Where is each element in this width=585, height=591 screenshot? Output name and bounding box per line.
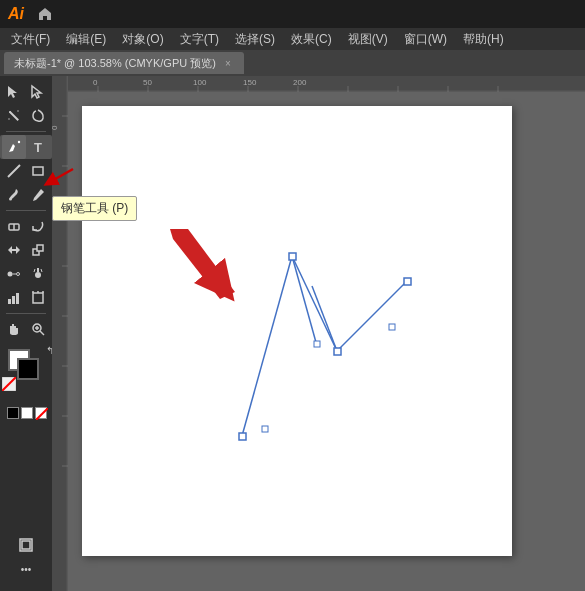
svg-text:100: 100 bbox=[193, 78, 207, 87]
tool-row-view bbox=[0, 317, 52, 341]
eraser-tool-button[interactable] bbox=[2, 214, 26, 238]
tool-row-brush bbox=[0, 183, 52, 207]
scale-tool-button[interactable] bbox=[26, 238, 50, 262]
toolbar: T bbox=[0, 76, 52, 591]
tool-row-blend bbox=[0, 262, 52, 286]
color-swatch-area[interactable]: ↰ bbox=[2, 345, 50, 419]
drawing-canvas bbox=[82, 106, 512, 556]
paintbrush-tool-button[interactable] bbox=[2, 183, 26, 207]
type-tool-button[interactable]: T bbox=[26, 135, 50, 159]
svg-point-4 bbox=[18, 141, 20, 143]
svg-point-12 bbox=[8, 272, 13, 277]
menu-item-帮助h[interactable]: 帮助(H) bbox=[456, 29, 511, 50]
menu-item-对象o[interactable]: 对象(O) bbox=[115, 29, 170, 50]
magic-wand-tool-button[interactable] bbox=[2, 104, 26, 128]
tool-row-wand bbox=[0, 104, 52, 128]
menu-item-编辑e[interactable]: 编辑(E) bbox=[59, 29, 113, 50]
ai-logo: Ai bbox=[8, 5, 24, 23]
pencil-tool-button[interactable] bbox=[26, 183, 50, 207]
svg-text:0: 0 bbox=[52, 125, 59, 130]
tool-row-select bbox=[0, 80, 52, 104]
lasso-tool-button[interactable] bbox=[26, 104, 50, 128]
tab-label: 未标题-1* @ 103.58% (CMYK/GPU 预览) bbox=[14, 56, 216, 71]
selection-tool-button[interactable] bbox=[2, 80, 26, 104]
tool-row-transform bbox=[0, 238, 52, 262]
toolbar-separator-2 bbox=[6, 210, 46, 211]
hand-tool-button[interactable] bbox=[2, 317, 26, 341]
zoom-tool-button[interactable] bbox=[26, 317, 50, 341]
svg-text:150: 150 bbox=[243, 78, 257, 87]
stroke-swatch[interactable] bbox=[17, 358, 39, 380]
menu-item-选择s[interactable]: 选择(S) bbox=[228, 29, 282, 50]
menu-item-效果c[interactable]: 效果(C) bbox=[284, 29, 339, 50]
ruler-left: 0 bbox=[52, 76, 68, 591]
none-swatch[interactable] bbox=[35, 407, 47, 419]
anchor-point-middle bbox=[334, 348, 341, 355]
svg-point-2 bbox=[17, 110, 18, 111]
tab-bar: 未标题-1* @ 103.58% (CMYK/GPU 预览) × bbox=[0, 50, 585, 76]
menu-item-文字t[interactable]: 文字(T) bbox=[173, 29, 226, 50]
svg-point-7 bbox=[9, 198, 12, 201]
svg-text:0: 0 bbox=[93, 78, 98, 87]
toolbar-separator-1 bbox=[6, 131, 46, 132]
svg-rect-20 bbox=[33, 293, 43, 303]
svg-rect-11 bbox=[37, 245, 43, 251]
svg-rect-6 bbox=[33, 167, 43, 175]
bottom-tools: ••• bbox=[0, 533, 52, 587]
blend-tool-button[interactable] bbox=[2, 262, 26, 286]
white-swatch[interactable] bbox=[21, 407, 33, 419]
direct-select-tool-button[interactable] bbox=[26, 80, 50, 104]
canvas-page[interactable] bbox=[82, 106, 512, 556]
home-button[interactable] bbox=[34, 3, 56, 25]
pen-tool-button[interactable] bbox=[2, 135, 26, 159]
svg-rect-18 bbox=[12, 296, 15, 304]
tool-row-line bbox=[0, 159, 52, 183]
canvas-area[interactable]: 0 50 100 150 200 bbox=[52, 76, 585, 591]
svg-rect-32 bbox=[22, 541, 30, 549]
svg-text:200: 200 bbox=[293, 78, 307, 87]
anchor-point-bottom-left bbox=[239, 433, 246, 440]
menu-item-文件f[interactable]: 文件(F) bbox=[4, 29, 57, 50]
artboard-tool-button[interactable] bbox=[26, 286, 50, 310]
svg-line-5 bbox=[8, 165, 20, 177]
menu-bar: 文件(F)编辑(E)对象(O)文字(T)选择(S)效果(C)视图(V)窗口(W)… bbox=[0, 28, 585, 50]
reflect-tool-button[interactable] bbox=[2, 238, 26, 262]
menu-item-视图v[interactable]: 视图(V) bbox=[341, 29, 395, 50]
tool-row-graph bbox=[0, 286, 52, 310]
rectangle-tool-button[interactable] bbox=[26, 159, 50, 183]
change-screen-mode-button[interactable] bbox=[14, 533, 38, 557]
line-tool-button[interactable] bbox=[2, 159, 26, 183]
black-swatch[interactable] bbox=[7, 407, 19, 419]
tool-row-pen: T bbox=[0, 135, 52, 159]
svg-point-1 bbox=[9, 111, 11, 113]
menu-item-窗口w[interactable]: 窗口(W) bbox=[397, 29, 454, 50]
title-bar: Ai bbox=[0, 0, 585, 28]
tool-row-eraser bbox=[0, 214, 52, 238]
svg-point-15 bbox=[35, 272, 41, 278]
anchor-point-top bbox=[289, 253, 296, 260]
fill-stroke-indicator[interactable]: ↰ bbox=[8, 349, 44, 385]
toolbar-separator-3 bbox=[6, 313, 46, 314]
main-area: T bbox=[0, 76, 585, 591]
handle-point-2 bbox=[262, 426, 268, 432]
more-tools-button[interactable]: ••• bbox=[14, 557, 38, 581]
anchor-point-right bbox=[404, 278, 411, 285]
svg-text:50: 50 bbox=[143, 78, 152, 87]
svg-rect-17 bbox=[8, 299, 11, 304]
svg-point-3 bbox=[8, 118, 9, 119]
ruler-top: 0 50 100 150 200 bbox=[68, 76, 585, 92]
tab-close-button[interactable]: × bbox=[222, 57, 234, 69]
handle-point-3 bbox=[314, 341, 320, 347]
handle-point-1 bbox=[389, 324, 395, 330]
svg-line-30 bbox=[36, 408, 48, 420]
svg-rect-19 bbox=[16, 293, 19, 304]
graph-tool-button[interactable] bbox=[2, 286, 26, 310]
active-tab[interactable]: 未标题-1* @ 103.58% (CMYK/GPU 预览) × bbox=[4, 52, 244, 74]
rotate-tool-button[interactable] bbox=[26, 214, 50, 238]
svg-rect-16 bbox=[37, 268, 39, 272]
svg-line-25 bbox=[40, 331, 44, 335]
svg-point-13 bbox=[17, 273, 20, 276]
symbol-sprayer-button[interactable] bbox=[26, 262, 50, 286]
